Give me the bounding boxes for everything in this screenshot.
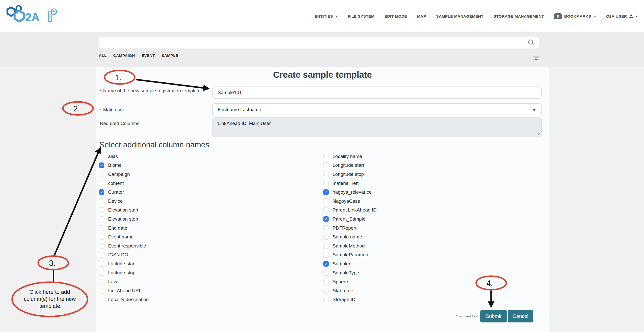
checkbox[interactable]: [323, 172, 329, 177]
checkbox[interactable]: [99, 261, 104, 267]
main-user-field-label: ·Main user: [100, 106, 207, 114]
column-checkbox-list-left: alias Biome Campaign content Curator: [99, 152, 149, 304]
checkbox[interactable]: [99, 207, 104, 213]
column-checkbox-row[interactable]: Parent_Sample: [323, 215, 377, 224]
column-checkbox-row[interactable]: Event name: [99, 232, 149, 241]
column-checkbox-row[interactable]: Storage ID: [323, 295, 377, 304]
checkbox[interactable]: [323, 154, 329, 159]
checkbox[interactable]: [323, 162, 329, 168]
checkbox[interactable]: [323, 288, 329, 294]
nav-menu-item[interactable]: STORAGE MANAGEMENT: [493, 14, 544, 19]
checkbox-label: Elevation start: [108, 207, 138, 213]
checkbox[interactable]: [323, 198, 329, 204]
checkbox[interactable]: [323, 279, 329, 284]
checkbox[interactable]: [99, 154, 104, 159]
column-checkbox-row[interactable]: Longitude start: [323, 161, 377, 170]
column-checkbox-row[interactable]: content: [99, 179, 149, 188]
column-checkbox-row[interactable]: alias: [99, 152, 149, 161]
column-checkbox-row[interactable]: material_left: [323, 179, 377, 188]
filter-icon[interactable]: [532, 55, 540, 61]
checkbox[interactable]: [323, 216, 329, 222]
required-columns-textarea[interactable]: LinkAhead ID, Main User: [212, 117, 542, 137]
checkbox[interactable]: [323, 243, 329, 249]
column-checkbox-row[interactable]: nagoya_relevance: [323, 188, 377, 197]
checkbox[interactable]: [323, 207, 329, 213]
column-checkbox-row[interactable]: Elevation stop: [99, 215, 149, 224]
nav-menu-item[interactable]: FILE SYSTEM: [348, 14, 375, 19]
column-checkbox-row[interactable]: SampleParameter: [323, 251, 377, 260]
nav-menu-item[interactable]: SAMPLE MANAGEMENT: [436, 14, 484, 19]
checkbox[interactable]: [323, 252, 329, 258]
column-checkbox-row[interactable]: SampleMethod: [323, 241, 377, 251]
bookmarks-menu[interactable]: 0 BOOKMARKS: [554, 13, 596, 19]
column-checkbox-row[interactable]: Device: [99, 197, 149, 206]
cancel-button[interactable]: Cancel: [508, 310, 533, 322]
brand-logo[interactable]: 2A: [4, 5, 61, 28]
submit-button[interactable]: Submit: [480, 310, 507, 322]
column-checkbox-row[interactable]: Locality name: [323, 152, 377, 161]
checkbox-label: Latitude start: [108, 261, 136, 267]
search-filter-tab[interactable]: SAMPLE: [161, 53, 178, 58]
column-checkbox-row[interactable]: End date: [99, 224, 149, 233]
checkbox[interactable]: [99, 216, 104, 222]
column-checkbox-row[interactable]: NagoyaCase: [323, 197, 377, 206]
column-checkbox-row[interactable]: Sphere: [323, 277, 377, 286]
checkbox[interactable]: [323, 261, 329, 267]
column-checkbox-row[interactable]: Sample name: [323, 232, 377, 241]
column-checkbox-row[interactable]: PDFReport: [323, 224, 377, 233]
template-name-input[interactable]: [212, 87, 542, 99]
nav-menu-item[interactable]: MAP: [417, 14, 426, 19]
nav-menu-item[interactable]: ENTITIES: [315, 14, 338, 19]
column-checkbox-row[interactable]: IGSN DOI: [99, 251, 149, 260]
chevron-down-icon: [635, 16, 638, 17]
column-checkbox-row[interactable]: Curator: [99, 188, 149, 197]
column-checkbox-row[interactable]: Latitude start: [99, 259, 149, 268]
column-checkbox-row[interactable]: Parent LinkAhead ID: [323, 206, 377, 215]
search-filter-tab[interactable]: ALL: [99, 53, 107, 58]
search-filter-tab[interactable]: CAMPAIGN: [113, 53, 135, 58]
checkbox[interactable]: [99, 189, 104, 195]
checkbox[interactable]: [323, 297, 329, 302]
checkbox[interactable]: [99, 270, 104, 276]
search-filter-tab-label: CAMPAIGN: [113, 53, 135, 58]
column-checkbox-row[interactable]: Latitude stop: [99, 268, 149, 277]
column-checkbox-row[interactable]: SampleType: [323, 268, 377, 277]
checkbox[interactable]: [99, 243, 104, 249]
checkbox[interactable]: [323, 225, 329, 231]
user-menu[interactable]: O2A.USER: [606, 14, 638, 19]
checkbox[interactable]: [99, 279, 104, 284]
checkbox[interactable]: [323, 189, 329, 195]
textarea-resize-handle[interactable]: [537, 132, 540, 135]
main-user-select[interactable]: Firstname Lastname: [212, 103, 542, 116]
search-filter-tab[interactable]: EVENT: [142, 53, 155, 58]
search-input[interactable]: [99, 36, 539, 49]
checkbox[interactable]: [99, 225, 104, 231]
column-checkbox-row[interactable]: Start date: [323, 286, 377, 295]
checkbox[interactable]: [99, 172, 104, 177]
column-checkbox-row[interactable]: Sampler: [323, 259, 377, 268]
name-field-label: ·Name of the new sample registration tem…: [100, 87, 207, 95]
checkbox[interactable]: [99, 162, 104, 168]
column-checkbox-row[interactable]: Locality description: [99, 295, 149, 304]
nav-menu-item[interactable]: EDIT MODE: [385, 14, 407, 19]
checkbox[interactable]: [99, 252, 104, 258]
annotation-callout-ellipse: [12, 282, 87, 316]
column-checkbox-row[interactable]: Longitude stop: [323, 170, 377, 179]
search-icon[interactable]: [527, 39, 535, 47]
column-checkbox-row[interactable]: Elevation start: [99, 206, 149, 215]
checkbox[interactable]: [99, 198, 104, 204]
main-user-label-text: Main user: [103, 107, 124, 112]
checkbox[interactable]: [99, 297, 104, 302]
column-checkbox-row[interactable]: Campaign: [99, 170, 149, 179]
search-filter-tab-label: SAMPLE: [161, 53, 178, 58]
checkbox[interactable]: [323, 181, 329, 186]
checkbox[interactable]: [323, 234, 329, 240]
column-checkbox-row[interactable]: Level: [99, 277, 149, 286]
checkbox[interactable]: [99, 234, 104, 240]
column-checkbox-row[interactable]: Event responsible: [99, 241, 149, 251]
column-checkbox-row[interactable]: LinkAhead URL: [99, 286, 149, 295]
checkbox[interactable]: [99, 181, 104, 186]
column-checkbox-row[interactable]: Biome: [99, 161, 149, 170]
checkbox[interactable]: [323, 270, 329, 276]
checkbox[interactable]: [99, 288, 104, 294]
